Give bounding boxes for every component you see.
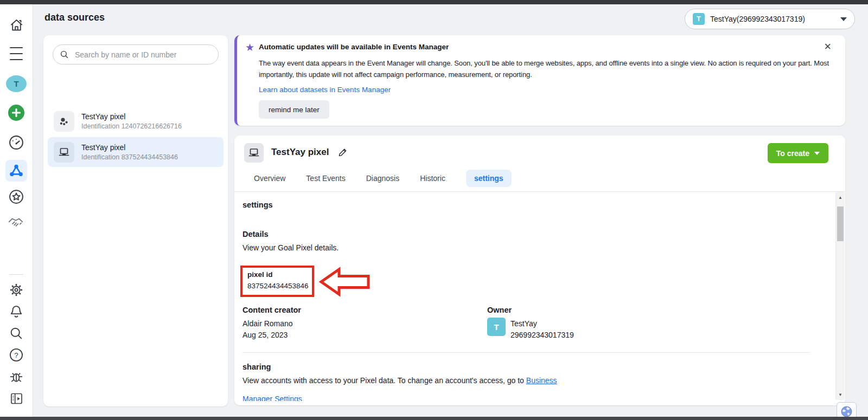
sharing-heading: sharing: [242, 363, 271, 371]
banner-title: Automatic updates will be available in E…: [259, 43, 449, 51]
edit-pencil-icon[interactable]: [337, 147, 348, 158]
rail-account-avatar[interactable]: T: [5, 74, 27, 93]
data-source-id: Identification 837524434453846: [81, 153, 178, 161]
page-title: data sources: [44, 12, 105, 23]
data-source-id: Identification 1240726216626716: [81, 122, 182, 130]
data-source-item[interactable]: TestYay pixel Identification 12407262166…: [48, 106, 224, 136]
sharing-text-before: View accounts with access to your Pixel …: [242, 376, 526, 385]
avatar: T: [6, 75, 27, 92]
star-icon: ★: [245, 41, 254, 54]
data-source-item-selected[interactable]: TestYay pixel Identification 83752443445…: [48, 137, 224, 167]
tab-overview[interactable]: Overview: [254, 174, 285, 183]
account-avatar: T: [693, 13, 705, 25]
settings-heading: settings: [242, 201, 273, 209]
content-creator-label: Content creator: [242, 306, 301, 314]
bug-report-icon[interactable]: [5, 366, 27, 387]
search-input[interactable]: [74, 50, 212, 60]
sharing-text: View accounts with access to your Pixel …: [242, 376, 818, 385]
tab-historic[interactable]: Historic: [420, 174, 445, 183]
top-window-bar: [0, 0, 868, 4]
pixel-tabs: Overview Test Events Diagnosis Historic …: [254, 169, 512, 188]
to-create-label: To create: [776, 149, 809, 158]
globe-icon: [841, 406, 852, 417]
annotation-box-pixel-id: pixel id 837524434453846: [240, 266, 314, 297]
content-creator-date: Aug 25, 2023: [242, 331, 288, 339]
to-create-button[interactable]: To create: [768, 143, 828, 163]
search-icon: [60, 49, 69, 60]
settings-scroll-area: settings Details View your Goal Pixel de…: [234, 192, 835, 401]
section-divider: [242, 352, 810, 353]
pixel-card: TestYay pixel To create Overview Test Ev…: [234, 135, 845, 405]
home-icon[interactable]: [5, 14, 27, 36]
sharing-text-line2: Manager Settings: [242, 395, 302, 401]
chevron-down-icon: [814, 152, 820, 155]
partner-handshake-icon[interactable]: [5, 212, 27, 234]
settings-gear-icon[interactable]: [5, 279, 27, 301]
rail-divider: [9, 274, 23, 275]
search-icon[interactable]: [5, 322, 27, 344]
content-creator-name: Aldair Romano: [242, 319, 293, 328]
data-source-title: TestYay pixel: [81, 112, 182, 121]
pixel-id-value: 837524434453846: [247, 282, 312, 290]
help-icon[interactable]: ?: [5, 344, 27, 366]
business-link[interactable]: Business: [526, 376, 557, 385]
pixel-laptop-icon: [54, 142, 74, 163]
banner-learn-link[interactable]: Learn about datasets in Events Manager: [259, 86, 391, 94]
pixel-laptop-icon: [244, 143, 264, 163]
close-icon[interactable]: ×: [824, 41, 831, 53]
annotation-arrow-icon: [319, 267, 371, 298]
remind-me-later-button[interactable]: remind me later: [259, 100, 329, 119]
scrollbar-up-arrow[interactable]: ▲: [836, 193, 845, 202]
create-plus-icon[interactable]: [5, 102, 27, 124]
menu-icon[interactable]: [5, 43, 27, 64]
account-label: TestYay(296992343017319): [710, 15, 840, 23]
star-badge-icon[interactable]: [5, 186, 27, 208]
bottom-window-bar: [0, 417, 868, 420]
chevron-down-icon: [840, 17, 847, 21]
account-selector[interactable]: T TestYay(296992343017319): [685, 9, 855, 29]
scrollbar-down-arrow[interactable]: ▼: [836, 390, 845, 399]
search-box: [53, 44, 219, 64]
left-nav-rail: T ?: [0, 4, 33, 417]
resources-guide-icon[interactable]: [5, 387, 27, 409]
data-source-title: TestYay pixel: [81, 143, 178, 152]
update-banner: ★ Automatic updates will be available in…: [234, 35, 845, 126]
data-sources-icon[interactable]: [5, 160, 27, 182]
owner-avatar: T: [487, 318, 506, 336]
owner-id: 296992343017319: [510, 331, 574, 339]
scrollbar-thumb[interactable]: [837, 206, 844, 241]
overview-gauge-icon[interactable]: [5, 132, 27, 153]
scrollbar: ▲ ▼: [835, 192, 845, 400]
pixel-name: TestYay pixel: [271, 147, 329, 158]
details-heading: Details: [242, 230, 269, 238]
tab-settings[interactable]: settings: [466, 170, 512, 187]
data-sources-panel: TestYay pixel Identification 12407262166…: [43, 35, 228, 406]
pixel-id-label: pixel id: [247, 270, 312, 279]
tab-test-events[interactable]: Test Events: [306, 174, 345, 183]
svg-text:?: ?: [14, 351, 18, 359]
manager-settings-link[interactable]: Manager Settings: [242, 395, 302, 401]
owner-name: TestYay: [510, 319, 537, 328]
notifications-bell-icon[interactable]: [5, 301, 27, 322]
owner-label: Owner: [487, 306, 512, 314]
banner-body: The way event data appears in the Event …: [259, 57, 829, 80]
dataset-network-icon: [54, 111, 74, 132]
tab-diagnosis[interactable]: Diagnosis: [366, 174, 399, 183]
details-subtext: View your Goal Pixel details.: [242, 243, 339, 252]
